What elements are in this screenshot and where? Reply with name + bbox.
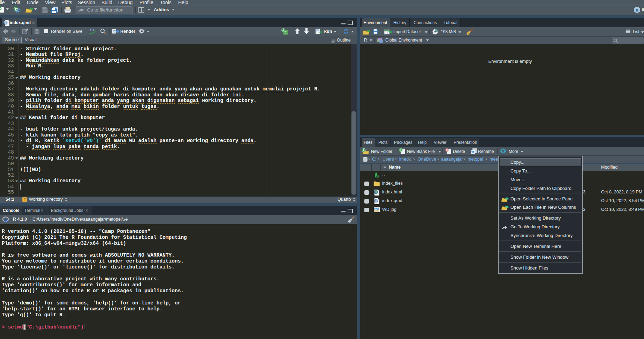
svg-text:ABC: ABC xyxy=(89,28,96,32)
svg-text:R: R xyxy=(636,8,639,12)
svg-text:R: R xyxy=(4,218,8,223)
svg-text:C: C xyxy=(285,31,287,34)
